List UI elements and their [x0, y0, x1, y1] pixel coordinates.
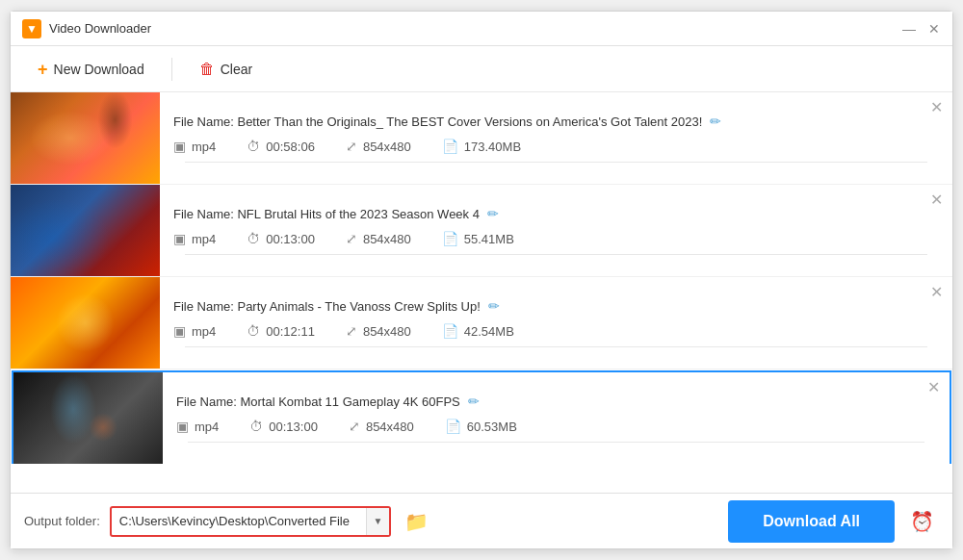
format-value-1: mp4	[192, 232, 216, 246]
edit-icon-3[interactable]: ✏	[468, 394, 480, 409]
meta-size-0: 📄 173.40MB	[442, 139, 521, 154]
clear-label: Clear	[221, 62, 252, 77]
output-folder-input[interactable]	[112, 509, 366, 533]
video-separator-3	[188, 442, 924, 443]
meta-size-3: 📄 60.53MB	[445, 419, 517, 434]
video-item: File Name: Better Than the Originals_ Th…	[11, 92, 952, 185]
resolution-icon-1: ⤢	[346, 231, 357, 246]
video-info-0: File Name: Better Than the Originals_ Th…	[160, 92, 952, 184]
size-value-1: 55.41MB	[464, 232, 514, 246]
browse-folder-button[interactable]: 📁	[401, 506, 431, 537]
meta-duration-3: ⏱ 00:13:00	[249, 419, 318, 434]
size-icon-2: 📄	[442, 323, 458, 339]
video-title-row-0: File Name: Better Than the Originals_ Th…	[173, 114, 939, 129]
arrow-container: Download All	[728, 500, 895, 543]
video-meta-0: ▣ mp4 ⏱ 00:58:06 ⤢ 854x480 📄 173.40MB	[173, 139, 939, 154]
toolbar-divider	[171, 58, 172, 81]
meta-size-1: 📄 55.41MB	[442, 231, 514, 246]
clock-icon-2: ⏱	[247, 323, 260, 339]
download-all-button[interactable]: Download All	[728, 500, 895, 543]
meta-duration-1: ⏱ 00:13:00	[247, 231, 315, 246]
video-thumbnail-1	[11, 185, 160, 276]
remove-video-button-3[interactable]: ✕	[927, 380, 940, 395]
video-title-row-1: File Name: NFL Brutal Hits of the 2023 S…	[173, 206, 939, 221]
resolution-icon-3: ⤢	[349, 419, 360, 434]
title-bar-left: ▼ Video Downloader	[22, 19, 151, 38]
bottom-bar: Output folder: ▼ 📁 Download All ⏰	[11, 493, 952, 548]
video-list: File Name: Better Than the Originals_ Th…	[11, 92, 952, 493]
meta-format-3: ▣ mp4	[176, 419, 219, 434]
size-value-2: 42.54MB	[464, 324, 514, 339]
format-icon-1: ▣	[173, 231, 186, 246]
size-value-3: 60.53MB	[467, 420, 517, 434]
meta-format-2: ▣ mp4	[173, 323, 216, 339]
duration-value-1: 00:13:00	[266, 232, 315, 246]
video-separator-1	[185, 254, 927, 255]
resolution-icon-0: ⤢	[346, 139, 357, 154]
remove-video-button-2[interactable]: ✕	[930, 285, 943, 300]
video-item: File Name: Party Animals - The Vanoss Cr…	[11, 277, 952, 369]
video-info-3: File Name: Mortal Kombat 11 Gameplay 4K …	[163, 372, 950, 464]
alarm-icon: ⏰	[910, 510, 934, 533]
plus-icon: +	[38, 61, 48, 78]
duration-value-0: 00:58:06	[266, 140, 315, 154]
video-title-1: File Name: NFL Brutal Hits of the 2023 S…	[173, 207, 480, 221]
meta-resolution-3: ⤢ 854x480	[349, 419, 414, 434]
format-icon-2: ▣	[173, 323, 186, 339]
trash-icon: 🗑	[199, 61, 215, 78]
video-thumbnail-3	[13, 372, 163, 464]
remove-video-button-0[interactable]: ✕	[930, 100, 943, 115]
video-meta-1: ▣ mp4 ⏱ 00:13:00 ⤢ 854x480 📄 55.41MB	[173, 231, 939, 246]
title-bar: ▼ Video Downloader — ✕	[11, 12, 952, 46]
minimize-button[interactable]: —	[902, 22, 916, 36]
resolution-value-3: 854x480	[366, 420, 414, 434]
size-icon-1: 📄	[442, 231, 458, 246]
video-title-0: File Name: Better Than the Originals_ Th…	[173, 115, 702, 129]
output-folder-input-wrap: ▼	[110, 506, 391, 537]
format-value-2: mp4	[192, 324, 216, 339]
app-icon: ▼	[22, 19, 41, 38]
video-meta-2: ▣ mp4 ⏱ 00:12:11 ⤢ 854x480 📄 42.54MB	[173, 323, 939, 339]
meta-resolution-0: ⤢ 854x480	[346, 139, 411, 154]
output-folder-label: Output folder:	[24, 514, 100, 528]
folder-icon: 📁	[404, 510, 429, 533]
remove-video-button-1[interactable]: ✕	[930, 192, 943, 208]
video-item: File Name: Mortal Kombat 11 Gameplay 4K …	[12, 370, 951, 464]
edit-icon-2[interactable]: ✏	[488, 298, 500, 314]
resolution-value-0: 854x480	[363, 140, 411, 154]
video-title-row-2: File Name: Party Animals - The Vanoss Cr…	[173, 298, 939, 314]
format-icon-0: ▣	[173, 139, 186, 154]
new-download-label: New Download	[54, 62, 144, 77]
meta-resolution-1: ⤢ 854x480	[346, 231, 411, 246]
edit-icon-1[interactable]: ✏	[487, 206, 499, 221]
app-window: ▼ Video Downloader — ✕ + New Download 🗑 …	[10, 11, 953, 549]
toolbar: + New Download 🗑 Clear	[11, 46, 952, 92]
format-value-0: mp4	[192, 140, 216, 154]
resolution-icon-2: ⤢	[346, 323, 357, 339]
video-separator-2	[185, 346, 927, 347]
video-meta-3: ▣ mp4 ⏱ 00:13:00 ⤢ 854x480 📄 60.53MB	[176, 419, 936, 434]
app-title: Video Downloader	[49, 21, 151, 36]
output-folder-dropdown[interactable]: ▼	[366, 508, 389, 535]
alarm-button[interactable]: ⏰	[904, 504, 939, 539]
meta-format-1: ▣ mp4	[173, 231, 216, 246]
video-title-row-3: File Name: Mortal Kombat 11 Gameplay 4K …	[176, 394, 936, 409]
video-title-3: File Name: Mortal Kombat 11 Gameplay 4K …	[176, 395, 460, 409]
close-button[interactable]: ✕	[927, 22, 941, 36]
clock-icon-1: ⏱	[247, 231, 260, 246]
video-item: File Name: NFL Brutal Hits of the 2023 S…	[11, 185, 952, 277]
video-info-2: File Name: Party Animals - The Vanoss Cr…	[160, 277, 952, 369]
duration-value-2: 00:12:11	[266, 324, 315, 339]
format-icon-3: ▣	[176, 419, 189, 434]
resolution-value-2: 854x480	[363, 324, 411, 339]
edit-icon-0[interactable]: ✏	[710, 114, 721, 129]
clock-icon-0: ⏱	[247, 139, 260, 154]
video-info-1: File Name: NFL Brutal Hits of the 2023 S…	[160, 185, 952, 276]
video-separator-0	[185, 162, 927, 163]
video-thumbnail-0	[11, 92, 160, 184]
duration-value-3: 00:13:00	[269, 420, 318, 434]
meta-duration-2: ⏱ 00:12:11	[247, 323, 315, 339]
resolution-value-1: 854x480	[363, 232, 411, 246]
clear-button[interactable]: 🗑 Clear	[188, 55, 264, 84]
new-download-button[interactable]: + New Download	[26, 55, 156, 84]
